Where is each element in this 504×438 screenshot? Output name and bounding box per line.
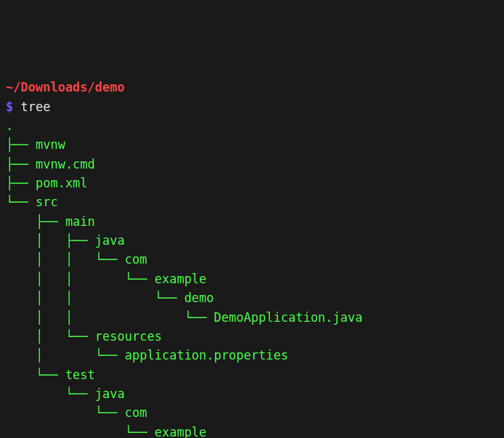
tree-line: │ │ └── demo	[6, 291, 214, 305]
terminal-output: ~/Downloads/demo $ tree . ├── mvnw ├── m…	[6, 78, 498, 438]
tree-line: │ │ └── com	[6, 252, 147, 267]
tree-line: │ └── application.properties	[6, 348, 288, 362]
tree-line: └── example	[6, 425, 206, 438]
tree-line: ├── mvnw	[6, 137, 65, 152]
tree-line: ├── pom.xml	[6, 176, 88, 190]
tree-line: │ └── resources	[6, 329, 162, 344]
tree-line: │ ├── java	[6, 233, 125, 248]
tree-line: │ │ └── example	[6, 272, 206, 286]
tree-line: ├── main	[6, 214, 95, 229]
cwd-path: ~/Downloads/demo	[6, 80, 125, 94]
tree-line: └── java	[6, 386, 125, 401]
tree-line: └── com	[6, 405, 147, 420]
tree-line: .	[6, 118, 13, 133]
tree-line: └── test	[6, 368, 95, 382]
prompt-symbol: $	[6, 100, 20, 114]
tree-line: ├── mvnw.cmd	[6, 157, 95, 171]
command-text: tree	[20, 100, 50, 114]
tree-line: └── src	[6, 195, 58, 209]
tree-line: │ │ └── DemoApplication.java	[6, 310, 362, 325]
